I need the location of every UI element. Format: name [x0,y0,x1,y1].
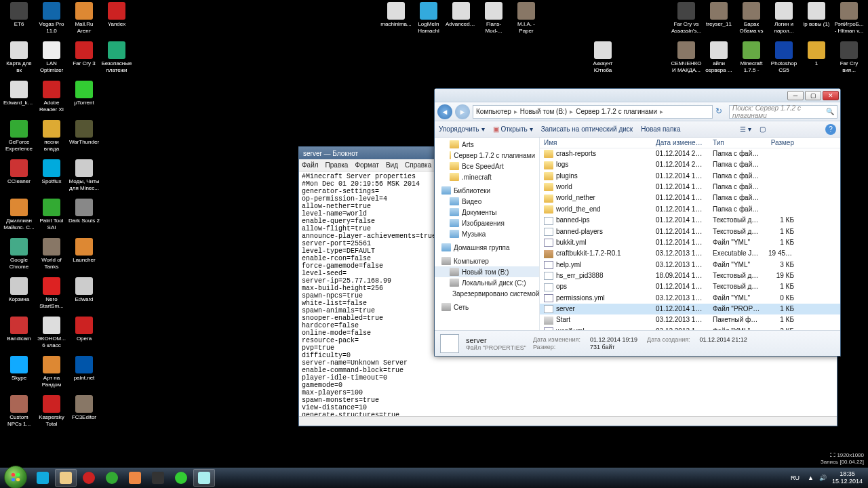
tree-node[interactable]: Сеть [435,302,539,312]
taskbar-record[interactable] [78,469,100,487]
desktop-icon[interactable]: treyser_11 [703,1,735,41]
desktop-icon[interactable]: Nero StartSm... [35,277,68,316]
file-row[interactable]: server01.12.2014 19:19Файл "PROPERTIE...… [540,304,840,314]
preview-button[interactable]: ▢ [760,125,766,133]
taskbar-app2[interactable] [147,469,169,487]
desktop-icon[interactable]: Логин и парол... [768,1,800,41]
tree-node[interactable]: Музыка [435,228,539,239]
taskbar-app1[interactable] [101,469,123,487]
desktop-icon[interactable]: Безопасные платежи [100,41,133,80]
desktop-icon[interactable]: Flans-Mod-... [477,1,510,41]
file-row[interactable]: crash-reports01.12.2014 21:12Папка с фай… [540,148,840,159]
desktop[interactable]: ET6Карта для вкEdward_ken...GeForce Expe… [0,0,868,488]
desktop-icon[interactable]: Барак Обама vs Влади... [735,1,768,41]
tree-node[interactable]: Локальный диск (C:) [435,277,539,288]
desktop-icon[interactable]: FC3Editor [68,394,100,434]
desktop-icon[interactable]: LAN Optimizer [35,41,68,80]
desktop-icon[interactable]: Арт на Рандом [35,355,68,394]
tree-node[interactable]: Зарезервировано системой (I [435,288,539,299]
desktop-icon[interactable]: Аккаунт Ютюба [587,41,619,80]
tree-node[interactable]: Arts [435,139,539,150]
minimize-button[interactable]: ─ [787,91,804,100]
forward-button[interactable]: ► [455,104,470,119]
tree-node[interactable]: Изображения [435,218,539,228]
col-date[interactable]: Дата изменения [652,138,709,148]
taskbar[interactable]: RU ▲ 🔊 18:35 15.12.2014 [0,468,868,488]
desktop-icon[interactable]: LogMeIn Hamachi [412,1,445,41]
file-row[interactable]: bukkit.yml01.12.2014 13:21Файл "YML"1 КБ [540,237,840,248]
desktop-icon[interactable]: Google Chrome [3,237,35,277]
desktop-icon[interactable]: айпи сервера ... [703,41,735,80]
tray-icon[interactable]: 🔊 [819,474,827,481]
file-row[interactable]: logs01.12.2014 21:12Папка с файлами [540,159,840,170]
clock[interactable]: 18:35 15.12.2014 [832,470,863,485]
file-row[interactable]: banned-ips01.12.2014 13:21Текстовый доку… [540,215,840,226]
newfolder-button[interactable]: Новая папка [641,125,680,133]
desktop-icon[interactable]: СЕМЧЕНКО И МАКДА... [670,41,703,80]
column-headers[interactable]: Имя Дата изменения Тип Размер [540,138,840,148]
desktop-icon[interactable]: paint.net [68,355,100,394]
desktop-icon[interactable]: CCleaner [3,159,35,198]
file-row[interactable]: wepif.yml03.12.2013 16:27Файл "YML"2 КБ [540,326,840,330]
file-row[interactable]: world_the_end01.12.2014 13:22Папка с фай… [540,204,840,215]
language-indicator[interactable]: RU [788,473,802,483]
tree-node[interactable]: Все SpeedArt [435,161,539,171]
col-name[interactable]: Имя [540,138,652,148]
taskbar-skype[interactable] [32,469,54,487]
desktop-icon[interactable]: Photoshop CS5 [768,41,800,80]
start-button[interactable] [4,466,27,488]
desktop-icon[interactable]: Yandex [100,1,133,41]
menu-file[interactable]: Файл [302,161,319,169]
menu-view[interactable]: Вид [386,161,398,169]
desktop-icon[interactable]: Adobe Reader XI [35,80,68,119]
view-button[interactable]: ☰ ▾ [740,125,751,133]
tree-node[interactable]: Видео [435,196,539,207]
taskbar-media[interactable] [124,469,146,487]
desktop-icon[interactable]: Far Cry vs Assassin's... [670,1,703,41]
file-row[interactable]: hs_err_pid388818.09.2014 15:50Текстовый … [540,270,840,281]
desktop-icon[interactable]: Dark Souls 2 [68,198,100,237]
desktop-icon[interactable]: Far Cry 3 [68,41,100,80]
file-row[interactable]: banned-players01.12.2014 13:22Текстовый … [540,226,840,237]
organize-button[interactable]: Упорядочить ▾ [439,125,485,133]
desktop-icon[interactable]: μTorrent [68,80,100,119]
file-row[interactable]: craftbukkit-1.7.2-R0.103.12.2013 15:55Ex… [540,248,840,259]
back-button[interactable]: ◄ [437,104,452,119]
taskbar-notepad[interactable] [193,469,215,487]
desktop-icon[interactable]: Карта для вк [3,41,35,80]
taskbar-utorrent[interactable] [170,469,192,487]
tree-node[interactable]: Домашняя группа [435,242,539,253]
file-row[interactable]: help.yml03.12.2013 15:55Файл "YML"3 КБ [540,260,840,270]
desktop-icon[interactable]: Edward_ken... [3,80,35,119]
desktop-icon[interactable]: ЭКОНОМ... 6 класс [35,316,68,355]
tree-node[interactable]: Документы [435,207,539,218]
close-button[interactable]: ✕ [823,91,839,100]
file-row[interactable]: world01.12.2014 19:17Папка с файлами [540,182,840,192]
tree-node[interactable]: Компьютер [435,256,539,266]
desktop-icon[interactable]: Bandicam [3,316,35,355]
file-row[interactable]: world_nether01.12.2014 13:22Папка с файл… [540,192,840,203]
refresh-button[interactable]: ↻ [715,106,726,117]
search-input[interactable]: Поиск: Сервер 1.7.2 с плагинами 🔍 [729,105,837,119]
explorer-window[interactable]: ─ ▢ ✕ ◄ ► Компьютер▸ Новый том (B:)▸ Сер… [434,88,841,357]
desktop-icon[interactable]: ip вовы (1) [800,1,833,41]
notepad-scrollbar[interactable] [299,416,837,426]
open-button[interactable]: ▣ Открыть ▾ [493,125,533,133]
breadcrumb-0[interactable]: Компьютер [476,108,511,115]
tray-icon[interactable]: ▲ [808,474,814,481]
taskbar-explorer[interactable] [55,469,77,487]
burn-button[interactable]: Записать на оптический диск [541,125,633,133]
help-button[interactable]: ? [825,124,836,135]
desktop-icon[interactable]: World of Tanks [35,237,68,277]
desktop-icon[interactable]: ET6 [3,1,35,41]
file-row[interactable]: plugins01.12.2014 13:22Папка с файлами [540,171,840,182]
desktop-icon[interactable]: Launcher [68,237,100,277]
desktop-icon[interactable]: Джиллиан Майклс- С... [3,198,35,237]
tree-node[interactable]: .minecraft [435,171,539,182]
file-list[interactable]: Имя Дата изменения Тип Размер crash-repo… [540,138,840,330]
col-type[interactable]: Тип [709,138,764,148]
menu-edit[interactable]: Правка [326,161,349,169]
desktop-icon[interactable]: песни влада [35,119,68,159]
nav-tree[interactable]: ArtsСервер 1.7.2 с плагинамиВсе SpeedArt… [435,138,540,330]
col-size[interactable]: Размер [764,138,798,148]
